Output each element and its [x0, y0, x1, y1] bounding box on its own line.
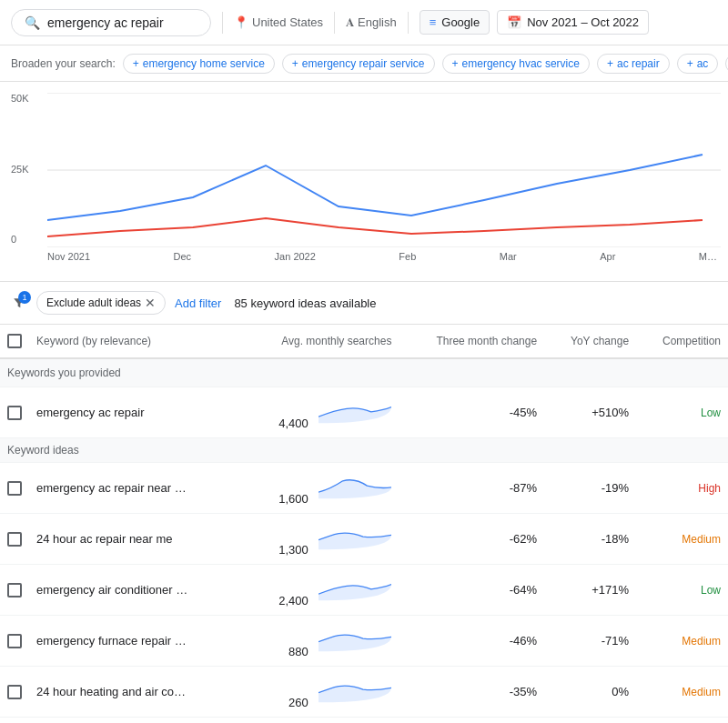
table-row: emergency ac repair near … 1,600 -87% -1…: [0, 463, 728, 514]
keyword-text: emergency ac repair: [36, 406, 145, 419]
competition-value: Medium: [682, 533, 721, 546]
location-selector[interactable]: 📍 United States: [234, 15, 323, 29]
language-selector[interactable]: 𝐀 English: [346, 15, 397, 30]
x-label-4: Mar: [500, 251, 517, 262]
remove-chip-icon[interactable]: ✕: [145, 296, 156, 310]
chip-label: emergency repair service: [302, 57, 425, 70]
separator: [222, 12, 223, 34]
yoy-value: -71%: [602, 634, 629, 648]
section-label: Keywords you provided: [0, 358, 728, 387]
competition-cell: Low: [636, 565, 728, 616]
keyword-cell: emergency ac repair: [29, 387, 238, 438]
avg-monthly-cell: 2,400: [238, 565, 399, 616]
calendar-icon: 📅: [507, 15, 521, 29]
competition-cell: Low: [636, 387, 728, 438]
add-filter-button[interactable]: Add filter: [175, 296, 221, 310]
search-bar[interactable]: 🔍 emergency ac repair: [11, 9, 211, 36]
filter-bar: 1 Exclude adult ideas ✕ Add filter 85 ke…: [0, 282, 728, 325]
competition-cell: Medium: [636, 514, 728, 565]
keyword-cell: emergency furnace repair …: [29, 616, 238, 667]
broaden-chip-1[interactable]: + emergency repair service: [282, 54, 435, 74]
keyword-table: Keyword (by relevance) Avg. monthly sear…: [0, 325, 728, 723]
y-label-25k: 25K: [11, 164, 29, 175]
competition-value: Low: [701, 584, 721, 597]
broaden-chip-0[interactable]: + emergency home service: [123, 54, 275, 74]
plus-icon: +: [687, 57, 693, 70]
chip-label: ac: [697, 57, 709, 70]
x-label-2: Jan 2022: [275, 251, 316, 262]
broaden-chip-3[interactable]: + ac repair: [597, 54, 670, 74]
chart-svg: [47, 93, 717, 247]
language-icon: 𝐀: [346, 15, 354, 30]
platform-selector[interactable]: ≡ Google: [420, 10, 490, 35]
keyword-column-header[interactable]: Keyword (by relevance): [29, 325, 238, 358]
select-all-header[interactable]: [0, 325, 29, 358]
yoy-value: -19%: [602, 481, 629, 495]
avg-monthly-value: 1,600: [278, 492, 308, 506]
plus-icon: +: [292, 57, 298, 70]
chip-label: Exclude adult ideas: [46, 296, 141, 309]
row-checkbox-cell[interactable]: [0, 667, 29, 718]
yoy-cell: -18%: [544, 514, 636, 565]
chip-label: emergency hvac service: [462, 57, 580, 70]
row-checkbox[interactable]: [7, 685, 22, 699]
date-range-label: Nov 2021 – Oct 2022: [527, 15, 639, 29]
row-checkbox-cell[interactable]: [0, 718, 29, 724]
chip-label: ac repair: [617, 57, 660, 70]
date-range-selector[interactable]: 📅 Nov 2021 – Oct 2022: [497, 10, 649, 35]
location-label: United States: [252, 15, 323, 29]
row-checkbox[interactable]: [7, 634, 22, 648]
broaden-search-bar: Broaden your search: + emergency home se…: [0, 45, 728, 82]
broaden-chip-4[interactable]: + ac: [677, 54, 719, 74]
yoy-cell: -46%: [544, 718, 636, 724]
keyword-cell: emergency ac repair near …: [29, 463, 238, 514]
platform-label: Google: [441, 15, 480, 29]
plus-icon: +: [607, 57, 613, 70]
yoy-value: +510%: [592, 406, 629, 419]
chip-label: emergency home service: [143, 57, 265, 70]
yoy-column-header[interactable]: YoY change: [544, 325, 636, 358]
competition-column-header[interactable]: Competition: [636, 325, 728, 358]
platform-icon: ≡: [430, 15, 437, 29]
x-label-3: Feb: [399, 251, 416, 262]
three-month-cell: -46%: [399, 616, 544, 667]
avg-monthly-value: 4,400: [278, 417, 308, 430]
avg-monthly-cell: 1,600: [238, 463, 399, 514]
three-month-value: -46%: [510, 634, 537, 648]
three-month-column-header[interactable]: Three month change: [399, 325, 544, 358]
avg-monthly-value: 2,400: [278, 594, 308, 608]
filter-icon-wrap[interactable]: 1: [11, 295, 27, 311]
competition-cell: Medium: [636, 667, 728, 718]
row-checkbox[interactable]: [7, 481, 22, 496]
search-query: emergency ac repair: [47, 15, 164, 30]
yoy-cell: -19%: [544, 463, 636, 514]
filter-badge: 1: [18, 291, 31, 304]
keyword-text: emergency air conditioner …: [36, 583, 187, 597]
yoy-cell: +510%: [544, 387, 636, 438]
three-month-value: -87%: [510, 481, 537, 495]
row-checkbox[interactable]: [7, 532, 22, 547]
yoy-value: 0%: [612, 685, 629, 698]
keyword-text: 24 hour ac repair near me: [36, 532, 173, 546]
yoy-cell: +171%: [544, 565, 636, 616]
plus-icon: +: [133, 57, 139, 70]
location-icon: 📍: [234, 15, 248, 29]
row-checkbox-cell[interactable]: [0, 514, 29, 565]
avg-monthly-column-header[interactable]: Avg. monthly searches: [238, 325, 399, 358]
broaden-chip-2[interactable]: + emergency hvac service: [442, 54, 590, 74]
three-month-cell: -62%: [399, 514, 544, 565]
row-checkbox[interactable]: [7, 406, 22, 420]
table-row: 24 hour ac repair near me 1,300 -62% -18…: [0, 514, 728, 565]
separator: [408, 12, 409, 34]
row-checkbox-cell[interactable]: [0, 463, 29, 514]
language-label: English: [358, 15, 397, 29]
row-checkbox-cell[interactable]: [0, 616, 29, 667]
three-month-cell: -87%: [399, 463, 544, 514]
exclude-adult-chip[interactable]: Exclude adult ideas ✕: [36, 291, 166, 315]
row-checkbox-cell[interactable]: [0, 565, 29, 616]
avg-monthly-value: 880: [288, 645, 308, 658]
row-checkbox[interactable]: [7, 583, 22, 597]
x-label-6: M…: [699, 251, 717, 262]
x-label-0: Nov 2021: [47, 251, 90, 262]
row-checkbox-cell[interactable]: [0, 387, 29, 438]
